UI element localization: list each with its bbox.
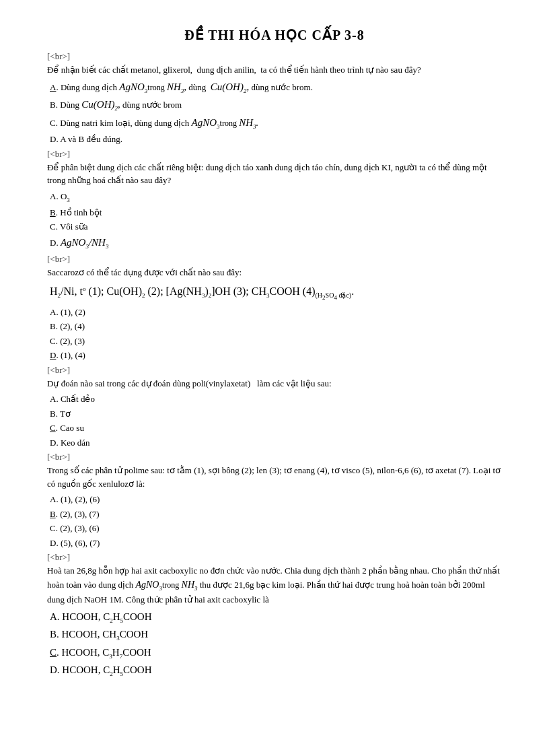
answer-4d: D. Keo dán (50, 436, 502, 450)
question-3: [<br>] Saccarozơ có thể tác dụng được vớ… (47, 254, 502, 362)
question-6-text: Hoà tan 26,8g hỗn hợp hai axit cacboxyli… (47, 564, 502, 606)
question-4: [<br>] Dự đoán nào sai trong các dự đoán… (47, 365, 502, 450)
tag-2: [<br>] (47, 149, 502, 160)
answer-4c: C. Cao su (50, 421, 502, 435)
answer-5b: B. (2), (3), (7) (50, 508, 502, 521)
answer-4b: B. Tơ (50, 407, 502, 421)
answer-5d: D. (5), (6), (7) (50, 537, 502, 550)
question-6: [<br>] Hoà tan 26,8g hỗn hợp hai axit ca… (47, 552, 502, 679)
question-5-text: Trong số các phân tử polime sau: tơ tằm … (47, 464, 502, 490)
answer-2b: B. Hồ tinh bột (50, 206, 502, 219)
answer-5a: A. (1), (2), (6) (50, 493, 502, 506)
answer-3b: B. (2), (4) (50, 320, 502, 333)
answer-2c: C. Vôi sữa (50, 220, 502, 234)
answer-4a: A. Chất dẻo (50, 392, 502, 406)
tag-4: [<br>] (47, 365, 502, 376)
question-5: [<br>] Trong số các phân tử polime sau: … (47, 452, 502, 549)
question-4-text: Dự đoán nào sai trong các dự đoán dùng p… (47, 377, 502, 390)
answer-2d: D. AgNO3/NH3 (50, 235, 502, 252)
answer-2a: A. O3 (50, 190, 502, 205)
question-1-text: Để nhận biết các chất metanol, glixerol,… (47, 63, 502, 77)
answer-3d: D. (1), (4) (50, 349, 502, 362)
answer-1b: B. Dùng Cu(OH)2, dùng nước brom (50, 97, 502, 114)
question-2: [<br>] Để phân biệt dung dịch các chất r… (47, 149, 502, 252)
answer-6b: B. HCOOH, CH3COOH (50, 627, 502, 644)
answer-1a: A. Dùng dung dịch AgNO3trong NH3, dùng C… (50, 79, 502, 96)
question-3-text: Saccarozơ có thể tác dụng được với chất … (47, 266, 502, 279)
page-title: ĐỀ THI HÓA HỌC CẤP 3-8 (47, 27, 502, 43)
tag-1: [<br>] (47, 51, 502, 62)
tag-6: [<br>] (47, 552, 502, 563)
question-1: [<br>] Để nhận biết các chất metanol, gl… (47, 51, 502, 146)
answer-6d: D. HCOOH, C2H5COOH (50, 662, 502, 679)
question-3-formula: H2/Ni, to (1); Cu(OH)2 (2); [Ag(NH3)2]OH… (50, 282, 502, 303)
answer-3c: C. (2), (3) (50, 335, 502, 348)
answer-1d: D. A và B đều đúng. (50, 133, 502, 146)
answer-5c: C. (2), (3), (6) (50, 522, 502, 535)
answer-1c: C. Dùng natri kim loại, dùng dung dịch A… (50, 115, 502, 132)
answer-6a: A. HCOOH, C2H5COOH (50, 609, 502, 626)
tag-5: [<br>] (47, 452, 502, 462)
question-2-text: Để phân biệt dung dịch các chất riêng bi… (47, 161, 502, 187)
page: ĐỀ THI HÓA HỌC CẤP 3-8 [<br>] Để nhận bi… (0, 0, 549, 756)
answer-6c: C. HCOOH, C3H7COOH (50, 645, 502, 662)
answer-3a: A. (1), (2) (50, 306, 502, 319)
tag-3: [<br>] (47, 254, 502, 265)
